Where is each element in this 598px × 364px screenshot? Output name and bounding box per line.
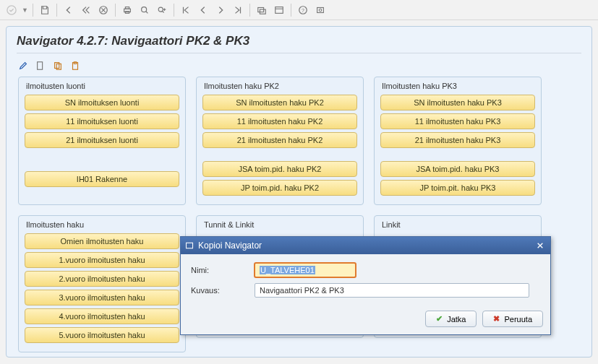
btn-own-search[interactable]: Omien ilmoitusten haku	[25, 233, 179, 249]
btn-shift4-search[interactable]: 4.vuoro ilmoitusten haku	[25, 308, 179, 324]
btn-21-create[interactable]: 21 ilmoituksen luonti	[25, 132, 179, 148]
btn-11-pk3[interactable]: 11 ilmoitusten haku PK3	[380, 113, 535, 129]
dialog-icon	[185, 241, 194, 250]
settings-icon[interactable]	[313, 3, 328, 17]
layout-icon[interactable]	[272, 3, 286, 17]
copy-navigator-dialog: Kopioi Navigator Nimi: U_TALVEHE01 Kuvau…	[180, 236, 551, 335]
toolbar-separator	[174, 4, 174, 17]
svg-rect-19	[187, 243, 193, 248]
btn-jp-pk2[interactable]: JP toim.pid. haku PK2	[202, 180, 357, 196]
svg-rect-14	[38, 62, 43, 70]
group-title: ilmoitusten luonti	[25, 80, 179, 95]
toolbar-separator	[291, 4, 291, 17]
first-page-icon[interactable]	[179, 3, 193, 17]
btn-jp-pk3[interactable]: JP toim.pit. haku PK3	[380, 180, 535, 196]
toolbar-separator	[249, 4, 250, 17]
btn-shift2-search[interactable]: 2.vuoro ilmoitusten haku	[25, 271, 179, 287]
prev-page-icon[interactable]	[196, 3, 210, 17]
btn-sn-pk3[interactable]: SN ilmoitusten haku PK3	[380, 95, 535, 110]
dialog-title: Kopioi Navigator	[198, 240, 262, 251]
group-title: Linkit	[380, 219, 535, 233]
last-page-icon[interactable]	[231, 3, 245, 17]
desc-label: Kuvaus:	[191, 286, 249, 295]
new-session-icon[interactable]	[255, 3, 269, 17]
back2-icon[interactable]	[79, 3, 93, 17]
ok-label: Jatka	[447, 315, 466, 324]
paste-icon[interactable]	[69, 59, 82, 72]
find-icon[interactable]	[137, 3, 152, 17]
new-icon[interactable]	[34, 59, 47, 72]
group-search: Ilmoitusten haku Omien ilmoitusten haku …	[18, 215, 186, 352]
group-title: Tunnit & Linkit	[202, 219, 357, 233]
app-toolbar: ▼ ?	[0, 0, 598, 20]
svg-text:?: ?	[302, 7, 304, 12]
dialog-titlebar[interactable]: Kopioi Navigator	[181, 237, 550, 254]
close-icon[interactable]	[534, 240, 546, 251]
group-pk3: Ilmoitusten haku PK3 SN ilmoitusten haku…	[374, 77, 542, 205]
group-title: Ilmoitusten haku PK3	[380, 80, 535, 95]
page-title: Navigator 4.2.7: Navigaattori PK2 & PK3	[17, 34, 581, 53]
btn-21-pk2[interactable]: 21 ilmoitusten haku PK2	[202, 132, 357, 148]
svg-point-13	[319, 9, 322, 12]
toolbar-separator	[115, 4, 116, 17]
print-icon[interactable]	[120, 3, 134, 17]
btn-jsa-pk2[interactable]: JSA toim.pid. haku PK2	[202, 161, 357, 177]
svg-rect-3	[125, 6, 129, 9]
copy-icon[interactable]	[51, 59, 64, 72]
name-label: Nimi:	[191, 266, 249, 274]
name-field[interactable]: U_TALVEHE01	[255, 263, 356, 277]
desc-field[interactable]	[255, 283, 529, 298]
save-icon[interactable]	[38, 3, 52, 17]
ok-button[interactable]: ✔ Jatka	[425, 311, 477, 327]
svg-rect-12	[317, 7, 324, 12]
toolbar-separator	[33, 4, 33, 17]
toolbar-separator	[56, 4, 57, 17]
x-icon: ✖	[493, 314, 500, 324]
btn-11-pk2[interactable]: 11 ilmoitusten haku PK2	[202, 113, 357, 129]
next-page-icon[interactable]	[213, 3, 228, 17]
group-create: ilmoitusten luonti SN ilmoituksen luonti…	[18, 77, 186, 205]
svg-point-5	[142, 6, 147, 12]
btn-ih01[interactable]: IH01 Rakenne	[25, 171, 179, 187]
btn-shift1-search[interactable]: 1.vuoro ilmoitusten haku	[25, 252, 179, 268]
btn-21-pk3[interactable]: 21 ilmoitusten haku PK3	[380, 132, 535, 148]
toolbar-dropdown-icon: ▼	[22, 6, 28, 14]
btn-sn-pk2[interactable]: SN ilmoitusten haku PK2	[202, 95, 357, 110]
find-next-icon[interactable]	[155, 3, 169, 17]
cancel-button[interactable]: ✖ Peruuta	[482, 311, 543, 327]
btn-shift5-search[interactable]: 5.vuoro ilmoitusten haku	[25, 327, 179, 343]
sub-toolbar	[17, 53, 581, 74]
check-icon: ✔	[436, 314, 443, 324]
btn-11-create[interactable]: 11 ilmoituksen luonti	[25, 113, 179, 129]
edit-icon[interactable]	[17, 59, 30, 72]
group-pk2: Ilmoitusten haku PK2 SN ilmoitusten haku…	[196, 77, 364, 205]
svg-rect-9	[275, 6, 283, 13]
btn-jsa-pk3[interactable]: JSA toim.pid. haku PK3	[380, 161, 535, 177]
svg-point-6	[158, 7, 163, 12]
help-icon[interactable]: ?	[296, 3, 310, 17]
btn-sn-create[interactable]: SN ilmoituksen luonti	[25, 95, 179, 110]
cancel-icon[interactable]	[96, 3, 111, 17]
back-icon[interactable]	[61, 3, 76, 17]
btn-shift3-search[interactable]: 3.vuoro ilmoitusten haku	[25, 290, 179, 306]
cancel-label: Peruuta	[504, 315, 532, 324]
group-title: Ilmoitusten haku PK2	[202, 80, 357, 95]
ok-icon	[4, 3, 19, 17]
group-title: Ilmoitusten haku	[25, 219, 179, 233]
